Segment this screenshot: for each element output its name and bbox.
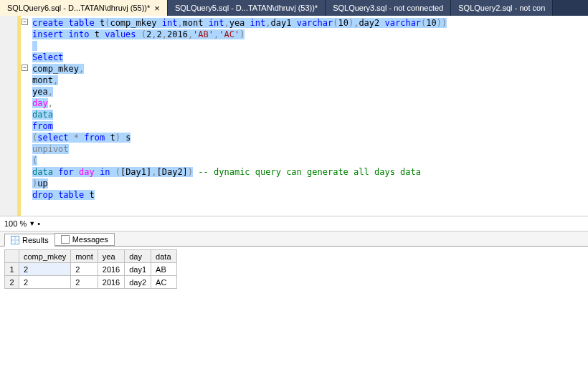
cell[interactable]: 2016 — [98, 263, 124, 276]
cell[interactable]: 2 — [71, 276, 98, 289]
cell[interactable]: day1 — [125, 263, 151, 276]
tab-label: Results — [22, 236, 49, 244]
tab-sqlquery3[interactable]: SQLQuery3.sql - not connected — [326, 0, 451, 16]
column-header[interactable]: data — [151, 250, 177, 263]
tab-label: SQLQuery3.sql - not connected — [333, 4, 443, 12]
header-row: comp_mkey mont yea day data — [5, 250, 177, 263]
close-icon[interactable]: × — [154, 4, 160, 13]
results-panel: comp_mkey mont yea day data 1 2 2 2016 d… — [0, 247, 588, 292]
column-header[interactable]: mont — [71, 250, 98, 263]
tab-results[interactable]: Results — [4, 234, 55, 247]
table-row[interactable]: 1 2 2 2016 day1 AB — [5, 263, 177, 276]
cell[interactable]: AC — [151, 276, 177, 289]
result-tabs: Results Messages — [0, 231, 588, 247]
editor-area: − − create table t(comp_mkey int,mont in… — [0, 16, 588, 216]
tab-sqlquery2[interactable]: SQLQuery2.sql - not con — [451, 0, 553, 16]
column-header[interactable]: yea — [98, 250, 124, 263]
cell[interactable]: 2 — [19, 276, 71, 289]
tab-label: SQLQuery2.sql - not con — [458, 4, 545, 12]
document-tabs: SQLQuery6.sql - D...TATAN\dhruvj (55))* … — [0, 0, 588, 16]
tab-sqlquery6[interactable]: SQLQuery6.sql - D...TATAN\dhruvj (55))* … — [0, 0, 168, 16]
tab-label: SQLQuery6.sql - D...TATAN\dhruvj (55))* — [7, 4, 150, 12]
tab-messages[interactable]: Messages — [54, 233, 115, 246]
editor-gutter — [0, 16, 18, 216]
dropdown-separator: • — [37, 219, 40, 228]
cell[interactable]: AB — [151, 263, 177, 276]
cell[interactable]: 2 — [19, 263, 71, 276]
chevron-down-icon[interactable]: ▼ — [29, 220, 35, 227]
grid-icon — [11, 236, 19, 244]
zoom-value: 100 % — [4, 219, 27, 228]
tab-label: Messages — [72, 235, 108, 244]
tab-sqlquery5[interactable]: SQLQuery5.sql - D...TATAN\dhruvj (53))* — [168, 0, 326, 16]
sql-editor[interactable]: create table t(comp_mkey int,mont int,ye… — [29, 16, 588, 216]
fold-column: − − — [21, 16, 29, 216]
message-icon — [61, 235, 70, 244]
cell[interactable]: 2016 — [98, 276, 124, 289]
cell[interactable]: day2 — [125, 276, 151, 289]
row-number[interactable]: 1 — [5, 263, 19, 276]
row-number[interactable]: 2 — [5, 276, 19, 289]
fold-toggle-icon[interactable]: − — [22, 19, 28, 25]
corner-cell[interactable] — [5, 250, 19, 263]
zoom-control[interactable]: 100 % ▼ • — [0, 216, 588, 231]
column-header[interactable]: day — [125, 250, 151, 263]
results-table[interactable]: comp_mkey mont yea day data 1 2 2 2016 d… — [4, 249, 177, 289]
fold-toggle-icon[interactable]: − — [22, 65, 28, 71]
cell[interactable]: 2 — [71, 263, 98, 276]
table-row[interactable]: 2 2 2 2016 day2 AC — [5, 276, 177, 289]
column-header[interactable]: comp_mkey — [19, 250, 71, 263]
tab-label: SQLQuery5.sql - D...TATAN\dhruvj (53))* — [175, 4, 318, 12]
